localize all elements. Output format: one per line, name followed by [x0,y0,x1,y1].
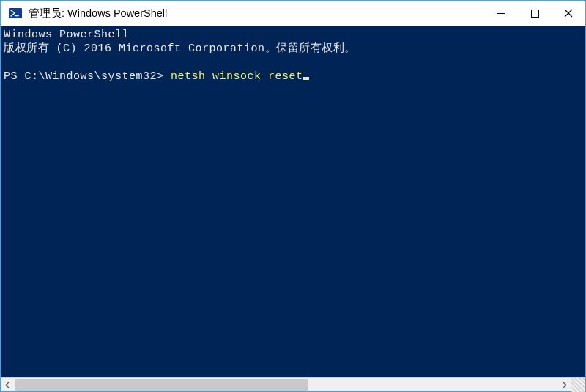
powershell-window: 管理员: Windows PowerShell Windows PowerShe… [0,0,586,392]
maximize-button[interactable] [518,1,552,26]
prompt-line: PS C:\Windows\system32> netsh winsock re… [4,70,582,84]
resize-grip[interactable] [571,378,585,392]
powershell-icon [8,6,23,21]
scroll-track[interactable] [15,378,557,391]
window-title: 管理员: Windows PowerShell [29,7,484,21]
svg-rect-0 [9,8,22,18]
window-controls [484,1,585,26]
terminal-copyright-line: 版权所有 (C) 2016 Microsoft Corporation。保留所有… [4,42,356,55]
scroll-right-arrow[interactable] [557,378,571,392]
titlebar[interactable]: 管理员: Windows PowerShell [1,1,585,26]
terminal-area[interactable]: Windows PowerShell 版权所有 (C) 2016 Microso… [1,26,585,377]
terminal-header-line: Windows PowerShell [4,29,129,41]
command-text: netsh winsock reset [171,70,303,83]
svg-rect-3 [531,10,538,17]
horizontal-scrollbar[interactable] [1,377,585,391]
minimize-button[interactable] [484,1,518,26]
prompt-text: PS C:\Windows\system32> [4,70,171,83]
cursor [303,77,309,80]
scroll-thumb[interactable] [15,379,308,391]
close-button[interactable] [552,1,585,26]
scroll-left-arrow[interactable] [1,378,15,392]
